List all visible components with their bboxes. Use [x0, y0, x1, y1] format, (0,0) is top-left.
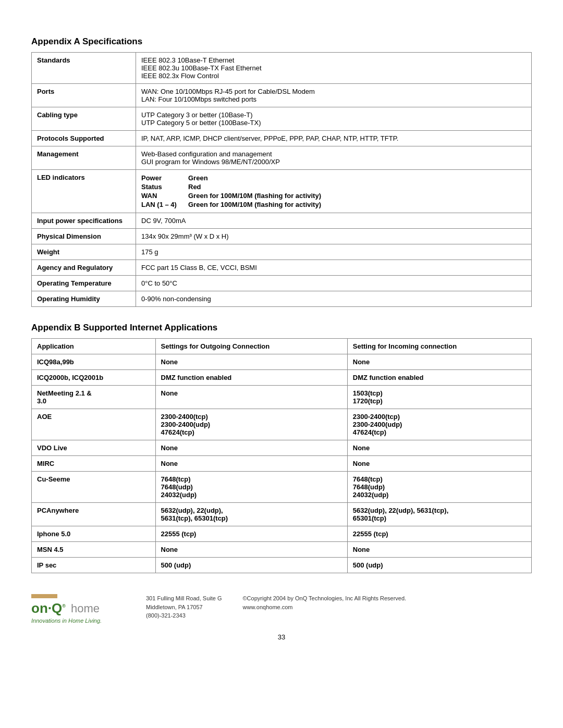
row-value: 175 g	[136, 244, 532, 260]
table-row: VDO LiveNoneNone	[32, 440, 532, 456]
table-row: LED indicatorsPowerGreenStatusRedWANGree…	[32, 170, 532, 213]
led-row: PowerGreen	[141, 174, 326, 182]
row-value: 0-90% non-condensing	[136, 291, 532, 307]
cell-app: NetMeeting 2.1 &3.0	[32, 386, 156, 409]
cell-incoming: 500 (udp)	[347, 558, 531, 573]
row-label: Protocols Supported	[32, 131, 136, 146]
led-item: Status	[141, 182, 188, 191]
logo-registered: ®	[62, 603, 66, 609]
table-row: Protocols SupportedIP, NAT, ARP, ICMP, D…	[32, 131, 532, 146]
table-row: Physical Dimension134x 90x 29mm³ (W x D …	[32, 229, 532, 244]
table-row: ICQ98a,99bNoneNone	[32, 354, 532, 370]
table-row: PCAnywhere5632(udp), 22(udp),5631(tcp), …	[32, 503, 532, 526]
table-row: Operating Humidity0-90% non-condensing	[32, 291, 532, 307]
cell-outgoing: None	[155, 456, 347, 472]
led-desc: Green for 100M/10M (flashing for activit…	[188, 200, 326, 209]
column-header: Application	[32, 339, 156, 354]
table-row: Weight175 g	[32, 244, 532, 260]
cell-outgoing: 500 (udp)	[155, 558, 347, 573]
row-value: 134x 90x 29mm³ (W x D x H)	[136, 229, 532, 244]
table-row: IP sec500 (udp)500 (udp)	[32, 558, 532, 573]
cell-app: MSN 4.5	[32, 542, 156, 558]
row-value: UTP Category 3 or better (10Base-T)UTP C…	[136, 107, 532, 131]
cell-app: VDO Live	[32, 440, 156, 456]
cell-incoming: None	[347, 440, 531, 456]
led-item: LAN (1 – 4)	[141, 200, 188, 209]
cell-incoming: DMZ function enabled	[347, 370, 531, 386]
row-value: 0°C to 50°C	[136, 276, 532, 291]
logo-area: on·Q® home Innovations in Home Living.	[31, 594, 125, 624]
table-row: Cu-Seeme7648(tcp)7648(udp)24032(udp)7648…	[32, 472, 532, 503]
cell-app: IP sec	[32, 558, 156, 573]
led-row: WANGreen for 100M/10M (flashing for acti…	[141, 191, 326, 200]
cell-outgoing: None	[155, 354, 347, 370]
cell-incoming: 7648(tcp)7648(udp)24032(udp)	[347, 472, 531, 503]
cell-app: AOE	[32, 409, 156, 440]
cell-outgoing: None	[155, 386, 347, 409]
table-row: NetMeeting 2.1 &3.0None1503(tcp)1720(tcp…	[32, 386, 532, 409]
cell-incoming: 2300-2400(tcp)2300-2400(udp)47624(tcp)	[347, 409, 531, 440]
appendix-a-table: StandardsIEEE 802.3 10Base-T EthernetIEE…	[31, 52, 532, 307]
cell-incoming: 22555 (tcp)	[347, 526, 531, 542]
led-desc: Red	[188, 182, 326, 191]
cell-outgoing: DMZ function enabled	[155, 370, 347, 386]
led-item: Power	[141, 174, 188, 182]
table-row: ICQ2000b, ICQ2001bDMZ function enabledDM…	[32, 370, 532, 386]
column-header: Setting for Incoming connection	[347, 339, 531, 354]
logo-home-text: home	[68, 602, 100, 615]
cell-app: Iphone 5.0	[32, 526, 156, 542]
row-label: Weight	[32, 244, 136, 260]
row-value: IP, NAT, ARP, ICMP, DHCP client/server, …	[136, 131, 532, 146]
cell-outgoing: 2300-2400(tcp)2300-2400(udp)47624(tcp)	[155, 409, 347, 440]
row-label: Standards	[32, 53, 136, 84]
cell-app: PCAnywhere	[32, 503, 156, 526]
table-row: ManagementWeb-Based configuration and ma…	[32, 146, 532, 170]
cell-incoming: 1503(tcp)1720(tcp)	[347, 386, 531, 409]
cell-app: Cu-Seeme	[32, 472, 156, 503]
led-item: WAN	[141, 191, 188, 200]
table-row: Agency and RegulatoryFCC part 15 Class B…	[32, 260, 532, 276]
appendix-b-title: Appendix B Supported Internet Applicatio…	[31, 323, 532, 333]
led-row: StatusRed	[141, 182, 326, 191]
table-row: AOE2300-2400(tcp)2300-2400(udp)47624(tcp…	[32, 409, 532, 440]
cell-incoming: None	[347, 542, 531, 558]
cell-app: ICQ98a,99b	[32, 354, 156, 370]
cell-outgoing: 5632(udp), 22(udp),5631(tcp), 65301(tcp)	[155, 503, 347, 526]
footer-copyright: ©Copyright 2004 by OnQ Technologies, Inc…	[243, 594, 407, 611]
page-number: 33	[31, 633, 532, 641]
row-label: Operating Humidity	[32, 291, 136, 307]
row-value: PowerGreenStatusRedWANGreen for 100M/10M…	[136, 170, 532, 213]
table-header-row: ApplicationSettings for Outgoing Connect…	[32, 339, 532, 354]
table-row: Input power specificationsDC 9V, 700mA	[32, 213, 532, 229]
row-value: WAN: One 10/100Mbps RJ-45 port for Cable…	[136, 84, 532, 107]
led-desc: Green	[188, 174, 326, 182]
table-row: MIRCNoneNone	[32, 456, 532, 472]
cell-outgoing: 22555 (tcp)	[155, 526, 347, 542]
row-value: IEEE 802.3 10Base-T EthernetIEEE 802.3u …	[136, 53, 532, 84]
cell-app: ICQ2000b, ICQ2001b	[32, 370, 156, 386]
cell-outgoing: None	[155, 440, 347, 456]
footer: on·Q® home Innovations in Home Living. 3…	[31, 589, 532, 624]
color-bar	[31, 594, 57, 598]
cell-outgoing: None	[155, 542, 347, 558]
cell-outgoing: 7648(tcp)7648(udp)24032(udp)	[155, 472, 347, 503]
table-row: MSN 4.5NoneNone	[32, 542, 532, 558]
cell-incoming: None	[347, 456, 531, 472]
appendix-a-title: Appendix A Specifications	[31, 36, 532, 47]
table-row: StandardsIEEE 802.3 10Base-T EthernetIEE…	[32, 53, 532, 84]
row-value: FCC part 15 Class B, CE, VCCI, BSMI	[136, 260, 532, 276]
led-row: LAN (1 – 4)Green for 100M/10M (flashing …	[141, 200, 326, 209]
appendix-b-table: ApplicationSettings for Outgoing Connect…	[31, 338, 532, 573]
row-label: Agency and Regulatory	[32, 260, 136, 276]
table-row: Cabling typeUTP Category 3 or better (10…	[32, 107, 532, 131]
cell-incoming: None	[347, 354, 531, 370]
table-row: Iphone 5.022555 (tcp)22555 (tcp)	[32, 526, 532, 542]
footer-address: 301 Fulling Mill Road, Suite G Middletow…	[146, 594, 222, 620]
row-label: Cabling type	[32, 107, 136, 131]
logo-brand: on·Q® home	[31, 600, 125, 616]
row-label: Operating Temperature	[32, 276, 136, 291]
cell-incoming: 5632(udp), 22(udp), 5631(tcp),65301(tcp)	[347, 503, 531, 526]
table-row: PortsWAN: One 10/100Mbps RJ-45 port for …	[32, 84, 532, 107]
row-label: Ports	[32, 84, 136, 107]
row-label: LED indicators	[32, 170, 136, 213]
